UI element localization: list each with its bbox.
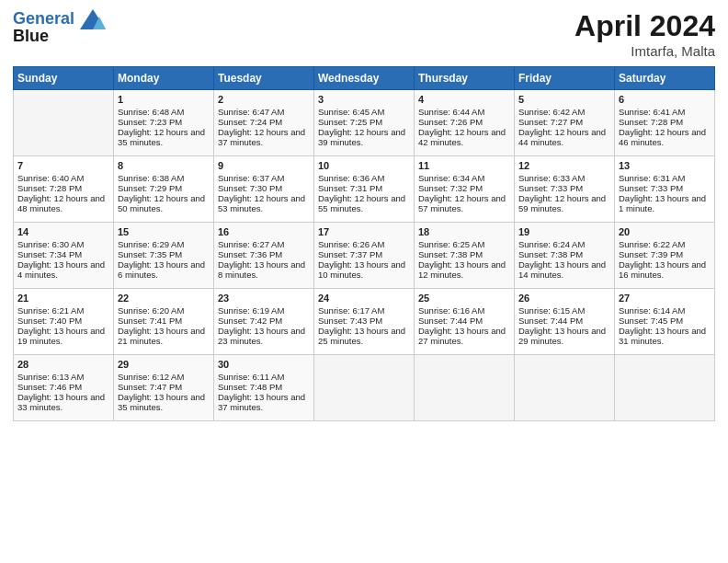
- day-number: 23: [218, 293, 310, 304]
- daylight-text: Daylight: 12 hours and 57 minutes.: [418, 193, 510, 213]
- day-number: 25: [418, 293, 510, 304]
- daylight-text: Daylight: 13 hours and 12 minutes.: [418, 259, 510, 280]
- day-number: 12: [518, 160, 610, 171]
- day-number: 21: [17, 293, 109, 304]
- logo-blue: Blue: [13, 28, 106, 46]
- sunrise-text: Sunrise: 6:29 AM: [118, 239, 210, 249]
- calendar-table: Sunday Monday Tuesday Wednesday Thursday…: [13, 66, 715, 421]
- sunset-text: Sunset: 7:29 PM: [118, 183, 210, 193]
- sunrise-text: Sunrise: 6:20 AM: [118, 305, 210, 316]
- day-number: 26: [518, 293, 610, 304]
- sunset-text: Sunset: 7:25 PM: [318, 117, 410, 127]
- day-number: 6: [619, 94, 711, 105]
- day-number: 27: [619, 293, 711, 304]
- day-number: 16: [218, 226, 310, 237]
- day-number: 15: [118, 226, 210, 237]
- month-title: April 2024: [574, 9, 715, 43]
- sunset-text: Sunset: 7:48 PM: [218, 382, 310, 392]
- daylight-text: Daylight: 12 hours and 44 minutes.: [518, 127, 610, 147]
- calendar-cell: 1Sunrise: 6:48 AMSunset: 7:23 PMDaylight…: [114, 90, 214, 156]
- calendar-cell: 17Sunrise: 6:26 AMSunset: 7:37 PMDayligh…: [314, 223, 415, 289]
- calendar-cell: 6Sunrise: 6:41 AMSunset: 7:28 PMDaylight…: [615, 90, 715, 156]
- col-wednesday: Wednesday: [314, 67, 415, 90]
- logo: General Blue: [13, 9, 106, 46]
- sunset-text: Sunset: 7:44 PM: [518, 316, 610, 326]
- sunset-text: Sunset: 7:36 PM: [218, 249, 310, 259]
- daylight-text: Daylight: 13 hours and 4 minutes.: [17, 259, 109, 280]
- calendar-cell: [14, 90, 114, 156]
- calendar-week-row: 7Sunrise: 6:40 AMSunset: 7:28 PMDaylight…: [14, 156, 715, 223]
- daylight-text: Daylight: 13 hours and 31 minutes.: [619, 326, 711, 346]
- daylight-text: Daylight: 13 hours and 1 minute.: [619, 193, 711, 213]
- sunset-text: Sunset: 7:37 PM: [318, 249, 410, 259]
- daylight-text: Daylight: 13 hours and 21 minutes.: [118, 326, 210, 346]
- daylight-text: Daylight: 13 hours and 25 minutes.: [318, 326, 410, 346]
- calendar-cell: 12Sunrise: 6:33 AMSunset: 7:33 PMDayligh…: [515, 156, 615, 223]
- calendar-week-row: 1Sunrise: 6:48 AMSunset: 7:23 PMDaylight…: [14, 90, 715, 156]
- sunset-text: Sunset: 7:38 PM: [418, 249, 510, 259]
- col-tuesday: Tuesday: [214, 67, 314, 90]
- sunrise-text: Sunrise: 6:44 AM: [418, 107, 510, 117]
- sunrise-text: Sunrise: 6:31 AM: [619, 173, 711, 183]
- day-number: 3: [318, 94, 410, 105]
- daylight-text: Daylight: 13 hours and 29 minutes.: [518, 326, 610, 346]
- sunset-text: Sunset: 7:41 PM: [118, 316, 210, 326]
- sunset-text: Sunset: 7:34 PM: [17, 249, 109, 259]
- sunset-text: Sunset: 7:39 PM: [619, 249, 711, 259]
- sunrise-text: Sunrise: 6:12 AM: [118, 372, 210, 382]
- sunset-text: Sunset: 7:30 PM: [218, 183, 310, 193]
- sunset-text: Sunset: 7:46 PM: [17, 382, 109, 392]
- calendar-cell: [314, 355, 415, 421]
- calendar-week-row: 21Sunrise: 6:21 AMSunset: 7:40 PMDayligh…: [14, 289, 715, 355]
- daylight-text: Daylight: 13 hours and 10 minutes.: [318, 259, 410, 280]
- calendar-cell: 30Sunrise: 6:11 AMSunset: 7:48 PMDayligh…: [214, 355, 314, 421]
- calendar-cell: 29Sunrise: 6:12 AMSunset: 7:47 PMDayligh…: [114, 355, 214, 421]
- day-number: 2: [218, 94, 310, 105]
- sunset-text: Sunset: 7:26 PM: [418, 117, 510, 127]
- sunset-text: Sunset: 7:33 PM: [518, 183, 610, 193]
- daylight-text: Daylight: 13 hours and 33 minutes.: [17, 392, 109, 412]
- calendar-cell: 14Sunrise: 6:30 AMSunset: 7:34 PMDayligh…: [14, 223, 114, 289]
- calendar-cell: 10Sunrise: 6:36 AMSunset: 7:31 PMDayligh…: [314, 156, 415, 223]
- calendar-cell: 2Sunrise: 6:47 AMSunset: 7:24 PMDaylight…: [214, 90, 314, 156]
- calendar-cell: 15Sunrise: 6:29 AMSunset: 7:35 PMDayligh…: [114, 223, 214, 289]
- daylight-text: Daylight: 13 hours and 23 minutes.: [218, 326, 310, 346]
- day-number: 7: [17, 160, 109, 171]
- sunrise-text: Sunrise: 6:41 AM: [619, 107, 711, 117]
- calendar-week-row: 28Sunrise: 6:13 AMSunset: 7:46 PMDayligh…: [14, 355, 715, 421]
- sunrise-text: Sunrise: 6:17 AM: [318, 305, 410, 316]
- daylight-text: Daylight: 12 hours and 46 minutes.: [619, 127, 711, 147]
- logo-icon: [80, 9, 106, 29]
- daylight-text: Daylight: 12 hours and 55 minutes.: [318, 193, 410, 213]
- sunrise-text: Sunrise: 6:42 AM: [518, 107, 610, 117]
- sunrise-text: Sunrise: 6:26 AM: [318, 239, 410, 249]
- daylight-text: Daylight: 12 hours and 48 minutes.: [17, 193, 109, 213]
- sunset-text: Sunset: 7:24 PM: [218, 117, 310, 127]
- daylight-text: Daylight: 12 hours and 35 minutes.: [118, 127, 210, 147]
- day-number: 29: [118, 359, 210, 370]
- calendar-cell: 11Sunrise: 6:34 AMSunset: 7:32 PMDayligh…: [415, 156, 515, 223]
- daylight-text: Daylight: 13 hours and 19 minutes.: [17, 326, 109, 346]
- calendar-cell: 23Sunrise: 6:19 AMSunset: 7:42 PMDayligh…: [214, 289, 314, 355]
- daylight-text: Daylight: 12 hours and 53 minutes.: [218, 193, 310, 213]
- sunset-text: Sunset: 7:45 PM: [619, 316, 711, 326]
- title-block: April 2024 Imtarfa, Malta: [574, 9, 715, 59]
- daylight-text: Daylight: 13 hours and 8 minutes.: [218, 259, 310, 280]
- sunrise-text: Sunrise: 6:30 AM: [17, 239, 109, 249]
- col-thursday: Thursday: [415, 67, 515, 90]
- day-number: 13: [619, 160, 711, 171]
- sunrise-text: Sunrise: 6:25 AM: [418, 239, 510, 249]
- calendar-cell: 3Sunrise: 6:45 AMSunset: 7:25 PMDaylight…: [314, 90, 415, 156]
- daylight-text: Daylight: 12 hours and 37 minutes.: [218, 127, 310, 147]
- sunrise-text: Sunrise: 6:19 AM: [218, 305, 310, 316]
- calendar-cell: 26Sunrise: 6:15 AMSunset: 7:44 PMDayligh…: [515, 289, 615, 355]
- calendar-cell: [615, 355, 715, 421]
- day-number: 24: [318, 293, 410, 304]
- calendar-cell: 8Sunrise: 6:38 AMSunset: 7:29 PMDaylight…: [114, 156, 214, 223]
- sunset-text: Sunset: 7:28 PM: [619, 117, 711, 127]
- col-monday: Monday: [114, 67, 214, 90]
- sunset-text: Sunset: 7:23 PM: [118, 117, 210, 127]
- sunrise-text: Sunrise: 6:11 AM: [218, 372, 310, 382]
- calendar-cell: 19Sunrise: 6:24 AMSunset: 7:38 PMDayligh…: [515, 223, 615, 289]
- day-number: 5: [518, 94, 610, 105]
